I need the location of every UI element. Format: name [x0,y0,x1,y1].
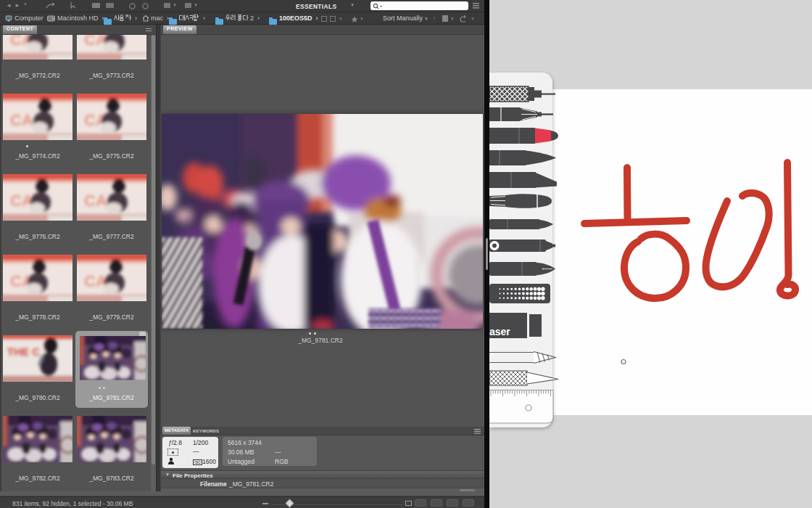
svg-text:CA: CA [84,192,107,210]
svg-text:aser: aser [489,326,510,337]
svg-text:THE C: THE C [7,345,40,358]
svg-text:CA: CA [10,111,33,129]
